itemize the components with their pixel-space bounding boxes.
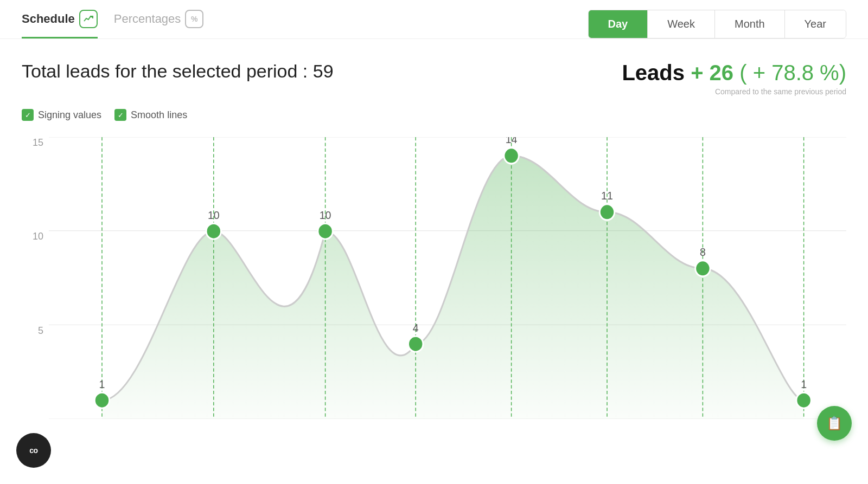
svg-text:1: 1	[99, 378, 105, 390]
chart-container: 15 10 5	[22, 137, 846, 441]
chart-svg: 1 10 10 4 14 11 8	[49, 137, 846, 419]
percentages-icon: %	[185, 10, 203, 28]
svg-text:4: 4	[413, 321, 419, 334]
summary-row: Total leads for the selected period : 59…	[22, 61, 846, 96]
schedule-icon	[79, 10, 98, 28]
svg-text:11: 11	[601, 190, 613, 202]
leads-pct: ( + 78.8 %)	[739, 61, 846, 85]
data-point-2	[318, 223, 333, 239]
svg-text:10: 10	[208, 209, 220, 221]
cohere-logo[interactable]: co	[16, 433, 51, 468]
total-leads-label: Total leads for the selected period : 59	[22, 61, 334, 82]
fab-button[interactable]: 📋	[817, 406, 852, 441]
percentages-tab-label: Percentages	[114, 12, 181, 26]
smooth-lines-check-icon: ✓	[114, 109, 126, 121]
schedule-tab-label: Schedule	[22, 12, 75, 26]
data-point-5	[599, 204, 614, 220]
chart-svg-area: 1 10 10 4 14 11 8	[49, 137, 846, 419]
tab-percentages[interactable]: Percentages %	[114, 10, 204, 38]
data-point-0	[94, 392, 109, 408]
period-button-group: Day Week Month Year	[588, 10, 846, 38]
data-point-4	[504, 148, 519, 164]
period-year-button[interactable]: Year	[785, 10, 846, 38]
data-point-1	[206, 223, 221, 239]
y-axis: 15 10 5	[22, 137, 49, 419]
header: Schedule Percentages % Day Week Month Ye…	[0, 0, 868, 39]
signing-values-checkbox[interactable]: ✓ Signing values	[22, 109, 101, 121]
y-label-10: 10	[22, 231, 49, 242]
content-area: Total leads for the selected period : 59…	[0, 39, 868, 441]
smooth-lines-label: Smooth lines	[131, 109, 187, 121]
svg-text:8: 8	[700, 246, 706, 259]
leads-stat: Leads + 26 ( + 78.8 %) Compared to the s…	[622, 61, 846, 96]
y-label-15: 15	[22, 137, 49, 149]
fab-icon: 📋	[826, 416, 843, 431]
svg-text:10: 10	[320, 209, 331, 221]
leads-label: Leads	[622, 61, 685, 85]
y-label-5: 5	[22, 325, 49, 337]
tab-group: Schedule Percentages %	[22, 10, 203, 38]
svg-text:1: 1	[801, 378, 807, 390]
period-day-button[interactable]: Day	[589, 10, 648, 38]
signing-values-label: Signing values	[38, 109, 101, 121]
data-point-6	[695, 261, 710, 276]
smooth-lines-checkbox[interactable]: ✓ Smooth lines	[114, 109, 187, 121]
leads-change: + 26	[691, 61, 733, 85]
data-point-7	[796, 392, 811, 408]
cohere-logo-text: co	[29, 446, 37, 455]
data-point-3	[408, 336, 423, 352]
tab-schedule[interactable]: Schedule	[22, 10, 98, 38]
period-month-button[interactable]: Month	[715, 10, 785, 38]
leads-main: Leads + 26 ( + 78.8 %)	[622, 61, 846, 85]
checkbox-row: ✓ Signing values ✓ Smooth lines	[22, 109, 846, 121]
svg-text:14: 14	[506, 137, 518, 146]
period-week-button[interactable]: Week	[648, 10, 715, 38]
leads-compare: Compared to the same previous period	[622, 87, 846, 96]
signing-values-check-icon: ✓	[22, 109, 34, 121]
